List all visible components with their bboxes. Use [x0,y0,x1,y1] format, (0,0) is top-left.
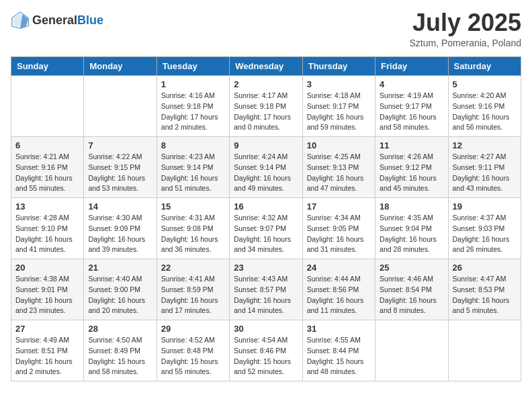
day-number: 15 [161,201,225,212]
day-info: Sunrise: 4:49 AMSunset: 8:51 PMDaylight:… [15,335,79,377]
month-title: July 2025 [409,11,521,35]
calendar-cell: 7Sunrise: 4:22 AMSunset: 9:15 PMDaylight… [84,137,157,198]
weekday-header-saturday: Saturday [448,57,521,76]
day-info: Sunrise: 4:52 AMSunset: 8:48 PMDaylight:… [161,335,225,377]
calendar-cell: 31Sunrise: 4:55 AMSunset: 8:44 PMDayligh… [302,320,375,381]
day-info: Sunrise: 4:17 AMSunset: 9:18 PMDaylight:… [234,91,298,133]
day-number: 30 [234,324,298,334]
calendar-cell [84,76,157,137]
day-info: Sunrise: 4:47 AMSunset: 8:53 PMDaylight:… [453,274,517,316]
calendar-cell: 21Sunrise: 4:40 AMSunset: 9:00 PMDayligh… [84,259,157,320]
calendar-cell: 18Sunrise: 4:35 AMSunset: 9:04 PMDayligh… [375,198,448,259]
calendar-cell: 15Sunrise: 4:31 AMSunset: 9:08 PMDayligh… [157,198,229,259]
location-subtitle: Sztum, Pomerania, Poland [409,38,521,48]
day-info: Sunrise: 4:24 AMSunset: 9:14 PMDaylight:… [234,152,298,194]
day-number: 20 [15,263,79,273]
calendar-cell: 28Sunrise: 4:50 AMSunset: 8:49 PMDayligh… [84,320,157,381]
day-info: Sunrise: 4:55 AMSunset: 8:44 PMDaylight:… [307,335,371,377]
calendar-cell: 2Sunrise: 4:17 AMSunset: 9:18 PMDaylight… [230,76,302,137]
calendar-cell: 1Sunrise: 4:16 AMSunset: 9:18 PMDaylight… [157,76,229,137]
title-block: July 2025 Sztum, Pomerania, Poland [409,11,521,48]
calendar-cell: 26Sunrise: 4:47 AMSunset: 8:53 PMDayligh… [448,259,521,320]
calendar-cell [448,320,521,381]
day-number: 11 [380,140,443,150]
day-info: Sunrise: 4:35 AMSunset: 9:04 PMDaylight:… [380,213,443,255]
day-info: Sunrise: 4:44 AMSunset: 8:56 PMDaylight:… [307,274,371,316]
day-info: Sunrise: 4:28 AMSunset: 9:10 PMDaylight:… [15,213,79,255]
day-number: 28 [88,324,152,334]
calendar-week-row: 27Sunrise: 4:49 AMSunset: 8:51 PMDayligh… [11,320,521,381]
day-info: Sunrise: 4:43 AMSunset: 8:57 PMDaylight:… [234,274,298,316]
weekday-header-thursday: Thursday [302,57,375,76]
day-info: Sunrise: 4:20 AMSunset: 9:16 PMDaylight:… [453,91,517,133]
weekday-header-monday: Monday [84,57,157,76]
day-number: 22 [161,263,225,273]
day-number: 25 [380,263,443,273]
day-info: Sunrise: 4:16 AMSunset: 9:18 PMDaylight:… [161,91,225,133]
calendar-cell: 20Sunrise: 4:38 AMSunset: 9:01 PMDayligh… [11,259,84,320]
calendar-cell: 14Sunrise: 4:30 AMSunset: 9:09 PMDayligh… [84,198,157,259]
day-number: 29 [161,324,225,334]
day-info: Sunrise: 4:50 AMSunset: 8:49 PMDaylight:… [88,335,152,377]
calendar-cell: 5Sunrise: 4:20 AMSunset: 9:16 PMDaylight… [448,76,521,137]
day-number: 21 [88,263,152,273]
day-info: Sunrise: 4:23 AMSunset: 9:14 PMDaylight:… [161,152,225,194]
calendar-cell [375,320,448,381]
day-info: Sunrise: 4:46 AMSunset: 8:54 PMDaylight:… [380,274,443,316]
weekday-header-tuesday: Tuesday [157,57,229,76]
day-info: Sunrise: 4:19 AMSunset: 9:17 PMDaylight:… [380,91,443,133]
calendar-cell: 16Sunrise: 4:32 AMSunset: 9:07 PMDayligh… [230,198,302,259]
calendar-cell: 25Sunrise: 4:46 AMSunset: 8:54 PMDayligh… [375,259,448,320]
day-info: Sunrise: 4:32 AMSunset: 9:07 PMDaylight:… [234,213,298,255]
weekday-header-row: SundayMondayTuesdayWednesdayThursdayFrid… [11,57,521,76]
logo: GeneralBlue [11,11,103,30]
calendar-cell: 11Sunrise: 4:26 AMSunset: 9:12 PMDayligh… [375,137,448,198]
day-info: Sunrise: 4:37 AMSunset: 9:03 PMDaylight:… [453,213,517,255]
calendar-cell: 13Sunrise: 4:28 AMSunset: 9:10 PMDayligh… [11,198,84,259]
day-info: Sunrise: 4:22 AMSunset: 9:15 PMDaylight:… [88,152,152,194]
calendar-cell: 29Sunrise: 4:52 AMSunset: 8:48 PMDayligh… [157,320,229,381]
calendar-week-row: 20Sunrise: 4:38 AMSunset: 9:01 PMDayligh… [11,259,521,320]
day-number: 7 [88,140,152,150]
day-number: 14 [88,201,152,212]
day-number: 4 [380,79,443,89]
day-number: 31 [307,324,371,334]
day-number: 10 [307,140,371,150]
day-info: Sunrise: 4:25 AMSunset: 9:13 PMDaylight:… [307,152,371,194]
day-info: Sunrise: 4:21 AMSunset: 9:16 PMDaylight:… [15,152,79,194]
calendar-cell: 6Sunrise: 4:21 AMSunset: 9:16 PMDaylight… [11,137,84,198]
calendar-cell: 27Sunrise: 4:49 AMSunset: 8:51 PMDayligh… [11,320,84,381]
calendar-cell: 17Sunrise: 4:34 AMSunset: 9:05 PMDayligh… [302,198,375,259]
day-number: 17 [307,201,371,212]
day-info: Sunrise: 4:31 AMSunset: 9:08 PMDaylight:… [161,213,225,255]
calendar-cell: 8Sunrise: 4:23 AMSunset: 9:14 PMDaylight… [157,137,229,198]
calendar-cell: 30Sunrise: 4:54 AMSunset: 8:46 PMDayligh… [230,320,302,381]
day-number: 23 [234,263,298,273]
logo-icon [11,11,30,30]
day-number: 12 [453,140,517,150]
day-info: Sunrise: 4:34 AMSunset: 9:05 PMDaylight:… [307,213,371,255]
calendar-cell: 12Sunrise: 4:27 AMSunset: 9:11 PMDayligh… [448,137,521,198]
day-number: 3 [307,79,371,89]
weekday-header-sunday: Sunday [11,57,84,76]
logo-text: GeneralBlue [32,13,103,28]
day-number: 16 [234,201,298,212]
calendar-cell: 19Sunrise: 4:37 AMSunset: 9:03 PMDayligh… [448,198,521,259]
calendar-cell: 4Sunrise: 4:19 AMSunset: 9:17 PMDaylight… [375,76,448,137]
weekday-header-wednesday: Wednesday [230,57,302,76]
calendar-cell: 3Sunrise: 4:18 AMSunset: 9:17 PMDaylight… [302,76,375,137]
day-number: 13 [15,201,79,212]
day-number: 1 [161,79,225,89]
day-number: 18 [380,201,443,212]
day-number: 24 [307,263,371,273]
day-number: 8 [161,140,225,150]
day-number: 2 [234,79,298,89]
day-info: Sunrise: 4:30 AMSunset: 9:09 PMDaylight:… [88,213,152,255]
calendar-cell: 9Sunrise: 4:24 AMSunset: 9:14 PMDaylight… [230,137,302,198]
day-info: Sunrise: 4:40 AMSunset: 9:00 PMDaylight:… [88,274,152,316]
calendar-week-row: 6Sunrise: 4:21 AMSunset: 9:16 PMDaylight… [11,137,521,198]
calendar-cell: 24Sunrise: 4:44 AMSunset: 8:56 PMDayligh… [302,259,375,320]
page-header: GeneralBlue July 2025 Sztum, Pomerania, … [11,11,521,48]
day-info: Sunrise: 4:41 AMSunset: 8:59 PMDaylight:… [161,274,225,316]
calendar-cell: 10Sunrise: 4:25 AMSunset: 9:13 PMDayligh… [302,137,375,198]
